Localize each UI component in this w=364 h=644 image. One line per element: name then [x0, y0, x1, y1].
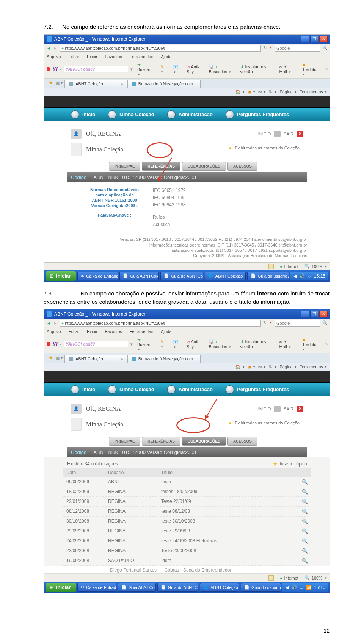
- menu-editar[interactable]: Editar: [68, 329, 79, 334]
- page-menu[interactable]: Página ▾: [279, 90, 296, 94]
- home-chip-icon[interactable]: [274, 406, 281, 412]
- subtab-referencias[interactable]: REFERÊNCIAS: [142, 162, 180, 171]
- nav-administracao[interactable]: Administração: [167, 110, 213, 119]
- task-button[interactable]: ✉Caixa de Entrada - ...: [77, 583, 116, 592]
- home-chip-icon[interactable]: [274, 131, 281, 137]
- task-button[interactable]: 📄Guia ABNTColeção: [119, 272, 159, 280]
- print-button[interactable]: 🖶 ▾: [268, 364, 276, 369]
- search-go-button[interactable]: 🔍: [322, 320, 328, 325]
- address-bar[interactable]: ● http://www.abntcolecao.com.br/norma.as…: [60, 320, 261, 327]
- magnifier-icon[interactable]: 🔍: [302, 479, 308, 485]
- tray-icon[interactable]: 📶: [306, 585, 312, 590]
- zoom-icon[interactable]: 🔍: [304, 575, 310, 580]
- back-button[interactable]: ◄: [47, 321, 51, 325]
- magnifier-icon[interactable]: 🔍: [302, 558, 308, 564]
- tab-abnt[interactable]: ABNT Coleção _✕: [64, 355, 128, 363]
- magnifier-icon[interactable]: 🔍: [302, 499, 308, 504]
- task-button[interactable]: 📄Guia do ABNTColeç...: [160, 272, 203, 280]
- magnifier-icon[interactable]: 🔍: [302, 548, 308, 554]
- menu-arquivo[interactable]: Arquivo: [47, 329, 61, 334]
- tab-welcome[interactable]: Bem-vindo à Navegação com...: [127, 80, 201, 88]
- tray-icon[interactable]: 🛡: [299, 585, 304, 590]
- menu-favoritos[interactable]: Favoritos: [105, 54, 122, 59]
- tb-tradutor[interactable]: ★ Tradutor ▾: [300, 61, 323, 77]
- toolbar-overflow[interactable]: »: [325, 67, 328, 71]
- tb-tradutor[interactable]: ★ Tradutor ▾: [300, 336, 323, 352]
- menu-editar[interactable]: Editar: [68, 54, 79, 59]
- search-go-button[interactable]: 🔍: [322, 46, 328, 50]
- tray-icon[interactable]: ◀: [286, 585, 289, 590]
- task-button[interactable]: 🌐ABNT Coleção _ - ...: [200, 583, 239, 592]
- link-sair[interactable]: SAIR: [284, 407, 293, 411]
- print-button[interactable]: 🖶 ▾: [268, 90, 276, 94]
- tb-pencil-icon[interactable]: ✎ ▾: [158, 339, 168, 350]
- tb-antispy[interactable]: ⊘ Anti-Spy: [184, 339, 204, 350]
- logout-icon[interactable]: ✕: [297, 406, 303, 412]
- mail-button[interactable]: ✉ ▾: [258, 364, 265, 369]
- magnifier-icon[interactable]: 🔍: [302, 528, 308, 534]
- menu-arquivo[interactable]: Arquivo: [47, 54, 61, 59]
- subtab-principal[interactable]: PRINCIPAL: [109, 437, 140, 446]
- zoom-icon[interactable]: 🔍: [304, 264, 310, 269]
- yahoo-search-input[interactable]: [64, 341, 128, 347]
- subtab-colaboracoes[interactable]: COLABORAÇÕES: [182, 162, 226, 171]
- task-button[interactable]: 📄Guia do ABNTColeç...: [157, 583, 199, 592]
- home-button[interactable]: 🏠 ▾: [235, 364, 245, 369]
- tray-icon[interactable]: ◀: [293, 273, 297, 279]
- subtab-acessos[interactable]: ACESSOS: [228, 437, 257, 446]
- task-button[interactable]: 📄Guia do usuário AB...: [241, 583, 281, 592]
- close-button[interactable]: ✕: [319, 36, 328, 42]
- search-box[interactable]: [275, 45, 320, 52]
- menu-favoritos[interactable]: Favoritos: [105, 329, 122, 334]
- tb-buscados[interactable]: 📊 + Buscados ▾: [207, 339, 236, 350]
- page-menu[interactable]: Página ▾: [279, 364, 296, 369]
- favorites-star-icon[interactable]: ★: [47, 353, 54, 363]
- menu-ferramentas[interactable]: Ferramentas: [130, 329, 153, 334]
- logout-icon[interactable]: ✕: [297, 131, 303, 137]
- close-button[interactable]: ✕: [319, 311, 328, 317]
- tb-mail-icon[interactable]: 📧 ▾: [171, 339, 182, 350]
- task-button[interactable]: ✉Caixa de Entrada - ...: [77, 272, 118, 280]
- start-button[interactable]: ⊞Iniciar: [46, 271, 76, 281]
- tray-icon[interactable]: 🔊: [299, 273, 305, 279]
- nav-inicio[interactable]: Início: [71, 385, 95, 394]
- tb-buscar[interactable]: ➔ Buscar ▾: [135, 336, 156, 352]
- insert-topic-link[interactable]: ★ Inserir Tópico: [273, 461, 307, 467]
- search-box[interactable]: [275, 320, 320, 327]
- minimize-button[interactable]: _: [301, 311, 309, 317]
- refresh-button[interactable]: ↻: [263, 320, 267, 325]
- task-button[interactable]: 📄Guia do usuário AB...: [247, 272, 289, 280]
- mail-button[interactable]: ✉ ▾: [258, 90, 265, 94]
- address-bar[interactable]: ● http://www.abntcolecao.com.br/norma.as…: [60, 45, 261, 52]
- menu-exibir[interactable]: Exibir: [87, 54, 97, 59]
- maximize-button[interactable]: ❐: [310, 311, 318, 317]
- feed-button[interactable]: ▣ ▾: [248, 90, 255, 94]
- tb-mail-icon[interactable]: 📧 ▾: [171, 64, 182, 75]
- subtab-principal[interactable]: PRINCIPAL: [109, 162, 140, 171]
- tb-buscar[interactable]: ➔ Buscar ▾: [135, 61, 156, 77]
- tray-icon[interactable]: 🛡: [307, 273, 312, 279]
- stop-button[interactable]: ✕: [269, 320, 272, 325]
- back-button[interactable]: ◄: [47, 46, 51, 50]
- yahoo-search-input[interactable]: [64, 66, 128, 72]
- nav-minha-colecao[interactable]: Minha Coleção: [108, 110, 154, 119]
- tb-pencil-icon[interactable]: ✎ ▾: [158, 64, 168, 75]
- tb-antispy[interactable]: ⊘ Anti-Spy: [184, 64, 204, 75]
- tb-ymail[interactable]: ✉ Y! Mail ▾: [277, 339, 297, 350]
- nav-faq[interactable]: Perguntas Frequentes: [226, 385, 289, 394]
- tab-abnt[interactable]: ABNT Coleção _✕: [64, 80, 128, 88]
- tb-instalar[interactable]: ⬇ Instalar nova versão: [238, 64, 275, 75]
- link-inicio[interactable]: INÍCIO: [258, 132, 271, 136]
- favorites-star-icon[interactable]: ★: [47, 79, 54, 88]
- tools-menu[interactable]: Ferramentas ▾: [300, 90, 327, 94]
- link-exibir-todas[interactable]: Exibir todas as normas da Coleção: [235, 146, 300, 150]
- tools-menu[interactable]: Ferramentas ▾: [300, 364, 327, 369]
- maximize-button[interactable]: ❐: [310, 36, 318, 42]
- link-sair[interactable]: SAIR: [284, 132, 293, 136]
- start-button[interactable]: ⊞Iniciar: [46, 583, 76, 592]
- magnifier-icon[interactable]: 🔍: [302, 538, 308, 544]
- menu-ajuda[interactable]: Ajuda: [161, 329, 171, 334]
- feed-button[interactable]: ▣ ▾: [248, 364, 255, 369]
- forward-button[interactable]: ►: [53, 46, 57, 50]
- nav-administracao[interactable]: Administração: [167, 385, 213, 394]
